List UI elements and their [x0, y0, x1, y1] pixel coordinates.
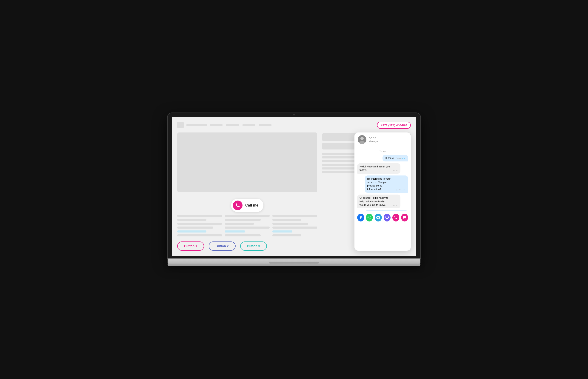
message-row: Of course! I'd be happy to help. What sp… — [357, 195, 408, 208]
phone-call-icon[interactable] — [392, 214, 399, 221]
message-bubble: I'm interested in your services. Can you… — [365, 175, 408, 193]
chat-messages: Today Hi there! 14:44 ✓✓ — [354, 147, 411, 211]
line-placeholder — [225, 219, 261, 221]
header-left — [177, 122, 271, 128]
left-column: Call me — [177, 132, 317, 251]
content-wrapper: Call me — [177, 132, 411, 251]
laptop-foot — [167, 264, 421, 266]
message-bubble: Hello! How can I assist you today? 14:43 — [357, 163, 400, 174]
telegram-icon[interactable] — [375, 214, 382, 221]
message-text: Hello! How can I assist you today? — [360, 165, 391, 172]
agent-role: Manager — [369, 140, 378, 143]
brand-name-placeholder — [186, 124, 207, 126]
date-divider: Today — [357, 150, 408, 153]
line-placeholder — [177, 230, 206, 233]
message-bubble: I'm curious about your pricing plans and… — [365, 210, 408, 211]
button-2[interactable]: Button 2 — [209, 241, 236, 251]
message-row: Hi there! 14:44 ✓✓ — [357, 155, 408, 161]
agent-avatar — [358, 135, 366, 144]
screen-header: +971 (123) 456-890 — [177, 122, 411, 129]
message-time: 14:45 — [393, 204, 398, 207]
line-placeholder — [225, 234, 261, 237]
line-placeholder — [272, 230, 293, 233]
message-bubble: Hi there! 14:44 ✓✓ — [382, 155, 408, 161]
line-placeholder — [272, 223, 308, 225]
nav-item-2 — [226, 124, 239, 126]
line-placeholder — [225, 226, 270, 229]
main-image-placeholder — [177, 132, 317, 192]
col-1 — [177, 215, 222, 237]
nav-item-3 — [242, 124, 255, 126]
nav-item-1 — [210, 124, 223, 126]
message-bubble: Of course! I'd be happy to help. What sp… — [357, 195, 400, 208]
laptop-base — [167, 258, 421, 264]
message-text: I'm interested in your services. Can you… — [367, 177, 394, 191]
message-time: 14:43 — [393, 169, 398, 172]
whatsapp-icon[interactable] — [366, 214, 373, 221]
message-time: 14:44 ✓✓ — [396, 157, 406, 160]
line-placeholder — [177, 234, 222, 237]
laptop-screen: +971 (123) 456-890 — [172, 117, 416, 256]
buttons-row: Button 1 Button 2 Button 3 — [177, 241, 317, 251]
line-placeholder — [177, 215, 222, 217]
call-icon — [233, 201, 242, 210]
read-check: ✓✓ — [402, 157, 406, 159]
logo-placeholder — [177, 122, 184, 128]
col-3 — [272, 215, 317, 237]
svg-point-1 — [361, 137, 364, 140]
col-2 — [225, 215, 270, 237]
message-row: Hello! How can I assist you today? 14:43 — [357, 163, 408, 174]
line-placeholder — [225, 230, 245, 233]
line-placeholder — [225, 223, 254, 225]
button-3[interactable]: Button 3 — [240, 241, 267, 251]
call-me-text: Call me — [245, 203, 258, 207]
nav-item-4 — [259, 124, 271, 126]
message-time: 14:44 ✓✓ — [396, 188, 406, 191]
line-placeholder — [225, 215, 270, 217]
screen-bezel: +971 (123) 456-890 — [167, 113, 421, 258]
three-columns — [177, 215, 317, 237]
agent-info: John Manager — [369, 136, 378, 143]
call-me-container: Call me — [177, 199, 317, 212]
nav-items — [210, 124, 271, 126]
line-placeholder — [177, 219, 206, 221]
line-placeholder — [272, 226, 317, 229]
phone-badge[interactable]: +971 (123) 456-890 — [377, 122, 411, 129]
chat-bubble-icon[interactable] — [401, 214, 408, 221]
line-placeholder — [272, 234, 302, 237]
line-placeholder — [177, 226, 213, 229]
laptop-camera — [293, 114, 295, 115]
chat-header: John Manager — [354, 132, 411, 147]
line-placeholder — [272, 219, 302, 221]
laptop-container: +971 (123) 456-890 — [167, 113, 421, 266]
social-icons-row — [354, 211, 411, 224]
call-me-button[interactable]: Call me — [231, 199, 263, 212]
read-check: ✓✓ — [402, 189, 406, 191]
line-placeholder — [177, 223, 222, 225]
viber-icon[interactable] — [384, 214, 391, 221]
facebook-icon[interactable] — [357, 214, 364, 221]
line-placeholder — [272, 215, 317, 217]
message-text: Hi there! — [385, 156, 394, 160]
laptop-notch — [284, 113, 304, 116]
button-1[interactable]: Button 1 — [177, 241, 204, 251]
message-text: Of course! I'd be happy to help. What sp… — [360, 196, 391, 207]
agent-name: John — [369, 136, 378, 140]
chat-widget[interactable]: John Manager Today Hi there! 14: — [354, 132, 411, 251]
message-row: I'm interested in your services. Can you… — [357, 175, 408, 193]
